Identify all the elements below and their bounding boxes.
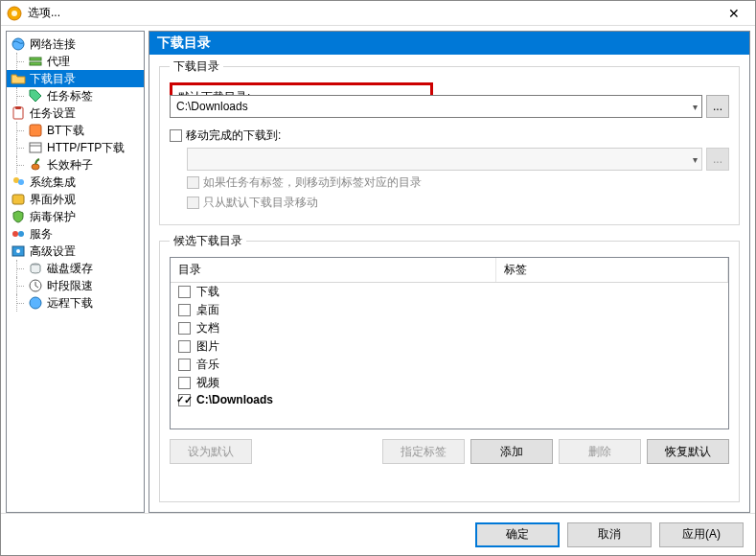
sidebar-item-appearance[interactable]: 界面外观 bbox=[7, 191, 144, 208]
list-header: 目录 标签 bbox=[171, 258, 728, 283]
list-item-checkbox[interactable] bbox=[178, 304, 191, 316]
sidebar-item-label: BT下载 bbox=[47, 123, 84, 139]
proxy-icon bbox=[28, 54, 43, 69]
sidebar-item-schedule[interactable]: 时段限速 bbox=[7, 277, 144, 294]
clock-icon bbox=[28, 278, 43, 293]
svg-point-2 bbox=[12, 38, 24, 50]
browse-default-button[interactable]: ... bbox=[706, 95, 729, 118]
move-completed-row: 移动完成的下载到: bbox=[170, 127, 729, 144]
group-legend: 下载目录 bbox=[170, 58, 223, 75]
list-item-checkbox[interactable] bbox=[178, 322, 191, 335]
list-item[interactable]: ✓C:\Downloads bbox=[171, 392, 728, 407]
list-item-label: 视频 bbox=[196, 375, 721, 391]
list-item[interactable]: 视频 bbox=[171, 374, 728, 392]
sidebar-item-http[interactable]: HTTP/FTP下载 bbox=[7, 139, 144, 156]
sidebar-item-label: 代理 bbox=[47, 54, 70, 70]
list-item[interactable]: 音乐 bbox=[171, 356, 728, 374]
default-dir-combo[interactable]: C:\Downloads ▾ bbox=[170, 95, 702, 118]
sidebar-item-label: 高级设置 bbox=[30, 243, 76, 260]
svg-rect-3 bbox=[30, 58, 41, 60]
restore-default-button[interactable]: 恢复默认 bbox=[647, 439, 729, 464]
sidebar-item-task-tag[interactable]: 任务标签 bbox=[7, 87, 144, 104]
services-icon bbox=[11, 226, 26, 242]
svg-point-1 bbox=[11, 11, 17, 16]
chevron-down-icon: ▾ bbox=[693, 154, 698, 165]
sidebar-item-label: 界面外观 bbox=[30, 192, 76, 208]
list-item-label: 下载 bbox=[196, 284, 721, 300]
sidebar-item-label: 系统集成 bbox=[30, 174, 76, 191]
svg-rect-12 bbox=[12, 195, 24, 204]
sidebar-item-label: 任务标签 bbox=[47, 88, 93, 104]
add-button[interactable]: 添加 bbox=[470, 439, 553, 464]
chevron-down-icon: ▾ bbox=[693, 102, 698, 112]
sidebar-item-advanced[interactable]: 高级设置 bbox=[7, 243, 144, 260]
app-icon bbox=[7, 6, 22, 21]
sidebar-item-antivirus[interactable]: 病毒保护 bbox=[7, 208, 144, 225]
seed-icon bbox=[28, 157, 43, 173]
list-item[interactable]: 下载 bbox=[171, 283, 728, 301]
sidebar-item-label: HTTP/FTP下载 bbox=[47, 140, 125, 156]
move-only-default-row: 只从默认下载目录移动 bbox=[187, 195, 729, 211]
list-item-checkbox[interactable] bbox=[178, 286, 191, 298]
disk-icon bbox=[28, 261, 43, 276]
group-legend: 候选下载目录 bbox=[170, 233, 246, 249]
svg-point-13 bbox=[12, 231, 18, 237]
sidebar-item-label: 病毒保护 bbox=[30, 209, 76, 225]
apply-button[interactable]: 应用(A) bbox=[659, 522, 744, 547]
sidebar-item-network[interactable]: 网络连接 bbox=[7, 35, 144, 53]
sidebar-item-download-dir[interactable]: 下载目录 bbox=[7, 70, 144, 87]
move-only-default-checkbox bbox=[187, 197, 199, 209]
sidebar-item-bt[interactable]: BT下载 bbox=[7, 122, 144, 139]
svg-point-14 bbox=[18, 231, 24, 237]
move-completed-checkbox[interactable] bbox=[170, 129, 182, 142]
list-item-checkbox[interactable] bbox=[178, 359, 191, 371]
svg-point-16 bbox=[16, 249, 20, 253]
ok-button[interactable]: 确定 bbox=[475, 522, 560, 547]
list-item-checkbox[interactable] bbox=[178, 377, 191, 389]
col-tag[interactable]: 标签 bbox=[496, 258, 728, 282]
sidebar-item-disk-cache[interactable]: 磁盘缓存 bbox=[7, 260, 144, 277]
list-item-label: C:\Downloads bbox=[196, 393, 721, 406]
delete-button: 删除 bbox=[559, 439, 641, 464]
sidebar-item-label: 网络连接 bbox=[30, 36, 76, 53]
list-item[interactable]: 文档 bbox=[171, 319, 728, 337]
cancel-button[interactable]: 取消 bbox=[567, 522, 652, 547]
list-item-checkbox[interactable]: ✓ bbox=[178, 394, 191, 406]
main-panel: 下载目录 下载目录 默认下载目录: C:\Downloads ▾ ... bbox=[149, 31, 750, 513]
list-item-label: 文档 bbox=[196, 320, 721, 336]
candidate-list: 目录 标签 下载桌面文档图片音乐视频✓C:\Downloads bbox=[170, 257, 729, 429]
move-tagdir-checkbox bbox=[187, 176, 199, 189]
close-button[interactable]: ✕ bbox=[712, 1, 755, 26]
tag-icon bbox=[28, 88, 43, 104]
set-default-button: 设为默认 bbox=[170, 439, 252, 464]
bt-icon bbox=[28, 123, 43, 138]
palette-icon bbox=[11, 192, 26, 207]
list-item-label: 图片 bbox=[196, 338, 721, 355]
folder-open-icon bbox=[11, 71, 26, 86]
col-dir[interactable]: 目录 bbox=[171, 258, 496, 282]
window-title: 选项... bbox=[28, 5, 712, 21]
sidebar-item-label: 长效种子 bbox=[47, 157, 93, 174]
default-dir-value: C:\Downloads bbox=[176, 100, 248, 113]
set-tag-button: 指定标签 bbox=[382, 439, 465, 464]
list-item-checkbox[interactable] bbox=[178, 340, 191, 353]
sidebar-item-task-settings[interactable]: 任务设置 bbox=[7, 104, 144, 122]
sidebar-item-label: 时段限速 bbox=[47, 278, 93, 294]
sidebar-tree: 网络连接 代理 下载目录 任务标签 任务设置 BT下载 bbox=[6, 31, 145, 513]
list-item[interactable]: 图片 bbox=[171, 337, 728, 356]
shield-icon bbox=[11, 209, 26, 224]
sidebar-item-remote[interactable]: 远程下载 bbox=[7, 294, 144, 312]
sidebar-item-services[interactable]: 服务 bbox=[7, 225, 144, 243]
sidebar-item-proxy[interactable]: 代理 bbox=[7, 53, 144, 70]
move-completed-label: 移动完成的下载到: bbox=[186, 127, 281, 144]
move-only-default-label: 只从默认下载目录移动 bbox=[203, 195, 318, 211]
sidebar-item-system[interactable]: 系统集成 bbox=[7, 174, 144, 191]
svg-rect-7 bbox=[30, 125, 41, 136]
sidebar-item-seed[interactable]: 长效种子 bbox=[7, 156, 144, 174]
group-download-dir: 下载目录 默认下载目录: C:\Downloads ▾ ... 移动完成的下载到 bbox=[159, 58, 740, 225]
move-tagdir-label: 如果任务有标签，则移动到标签对应的目录 bbox=[203, 174, 422, 191]
move-tagdir-row: 如果任务有标签，则移动到标签对应的目录 bbox=[187, 174, 729, 191]
svg-point-19 bbox=[30, 297, 41, 309]
list-item-label: 音乐 bbox=[196, 357, 721, 373]
list-item[interactable]: 桌面 bbox=[171, 301, 728, 319]
